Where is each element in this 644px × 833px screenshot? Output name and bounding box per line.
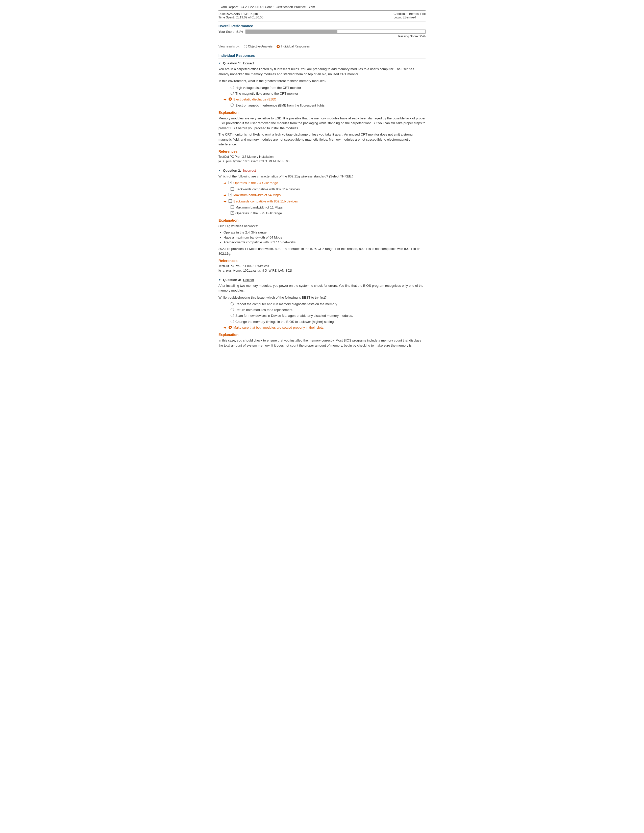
- q2-o4-checkbox[interactable]: [229, 199, 232, 203]
- q2-option-4[interactable]: ➡ Backwards compatible with 802.11b devi…: [224, 199, 425, 204]
- q2-option-1[interactable]: ➡ Operates in the 2.4 GHz range: [224, 181, 425, 186]
- q2-bullet-3: Are backwards compatible with 802.11b ne…: [224, 240, 425, 245]
- progress-bar-marker: [425, 29, 425, 34]
- q2-o5-checkbox[interactable]: [230, 206, 234, 209]
- q3-o1-radio[interactable]: [230, 302, 234, 306]
- q2-bullet-list: Operate in the 2.4 GHz range Have a maxi…: [224, 230, 425, 245]
- view-results-row: View results by: Objective Analysis Indi…: [219, 43, 425, 50]
- progress-bar: [245, 29, 425, 34]
- q2-option-6[interactable]: Operates in the 5.75 GHz range: [224, 211, 425, 215]
- q1-o3-radio[interactable]: [229, 97, 232, 101]
- q3-option-1[interactable]: Reboot the computer and run memory diagn…: [224, 302, 425, 306]
- q1-o4-indicator: [224, 103, 229, 108]
- meta-row: Date: 5/24/2019 12:38:14 pm Time Spent: …: [219, 12, 425, 19]
- q1-o2-text: The magnetic field around the CRT monito…: [235, 92, 298, 96]
- q2-o1-checkbox[interactable]: [229, 181, 232, 184]
- question-block-1: ▼ Question 1: Correct You are in a carpe…: [219, 61, 425, 164]
- meta-left: Date: 5/24/2019 12:38:14 pm Time Spent: …: [219, 12, 263, 19]
- q3-o4-radio[interactable]: [230, 320, 234, 323]
- q2-o3-text: Maximum bandwidth of 54 Mbps: [233, 193, 280, 198]
- q1-references-title: References: [219, 150, 425, 153]
- q3-o5-radio[interactable]: [229, 326, 232, 329]
- q2-o1-text: Operates in the 2.4 GHz range: [233, 181, 278, 185]
- question-3-header: ▼ Question 3: Correct: [219, 278, 425, 282]
- q1-option-1[interactable]: High voltage discharge from the CRT moni…: [224, 85, 425, 90]
- q1-number: Question 1:: [223, 61, 241, 65]
- q3-o3-text: Scan for new devices in Device Manager; …: [235, 314, 353, 318]
- q2-o6-indicator: [224, 211, 229, 215]
- view-results-label: View results by:: [219, 45, 240, 48]
- q2-number: Question 2:: [223, 169, 241, 172]
- score-label: Your Score: 51%: [219, 30, 243, 34]
- individual-responses-title: Individual Responses: [219, 53, 425, 59]
- q3-number: Question 3:: [223, 278, 241, 282]
- q3-option-3[interactable]: Scan for new devices in Device Manager; …: [224, 314, 425, 318]
- q1-ref-2: [e_a_plus_typnet_1001.exam.xml Q_MEM_INS…: [219, 159, 425, 164]
- q2-o1-indicator: ➡: [224, 181, 227, 186]
- q3-chevron[interactable]: ▼: [219, 278, 221, 281]
- q2-text-1: Which of the following are characteristi…: [219, 174, 425, 179]
- q1-o3-text: Electrostatic discharge (ESD): [233, 97, 276, 102]
- individual-responses-label: Individual Responses: [281, 45, 310, 48]
- q1-option-4[interactable]: Electromagnetic interference (EMI) from …: [224, 103, 425, 108]
- objective-analysis-radio[interactable]: [244, 45, 247, 48]
- q1-o1-indicator: [224, 85, 229, 90]
- q1-status: Correct: [243, 61, 254, 65]
- objective-analysis-option[interactable]: Objective Analysis: [244, 45, 272, 48]
- login-field: Login: EBerrios4: [393, 16, 425, 19]
- q1-chevron[interactable]: ▼: [219, 62, 221, 64]
- q2-ref-1: TestOut PC Pro - 7.1 802.11 Wireless: [219, 264, 425, 269]
- q3-o2-radio[interactable]: [230, 308, 234, 311]
- q2-o4-text: Backwards compatible with 802.11b device…: [233, 199, 298, 204]
- q2-o4-indicator: ➡: [224, 199, 227, 204]
- q3-o1-indicator: [224, 302, 229, 306]
- q1-o4-radio[interactable]: [230, 103, 234, 107]
- q1-options: High voltage discharge from the CRT moni…: [224, 85, 425, 108]
- q3-o2-indicator: [224, 308, 229, 312]
- q1-text-1: You are in a carpeted office lighted by …: [219, 67, 425, 77]
- q2-explanation-intro: 802.11g wireless networks:: [219, 224, 425, 229]
- q3-o4-text: Change the memory timings in the BIOS to…: [235, 320, 335, 324]
- q2-option-3[interactable]: ➡ Maximum bandwidth of 54 Mbps: [224, 193, 425, 198]
- q3-option-2[interactable]: Return both modules for a replacement.: [224, 308, 425, 312]
- q2-option-5[interactable]: Maximum bandwidth of 11 Mbps: [224, 205, 425, 210]
- q1-explanation-1: Memory modules are very sensitive to ESD…: [219, 116, 425, 131]
- q2-bullet-2: Have a maximum bandwidth of 54 Mbps: [224, 235, 425, 240]
- q3-o1-text: Reboot the computer and run memory diagn…: [235, 302, 338, 306]
- q3-o3-radio[interactable]: [230, 314, 234, 317]
- q3-o5-text: Make sure that both modules are seated p…: [233, 325, 324, 330]
- q1-o2-indicator: [224, 92, 229, 96]
- q2-o3-checkbox[interactable]: [229, 193, 232, 196]
- q1-explanation-2: The CRT monitor is not likely to emit a …: [219, 132, 425, 147]
- q2-o6-checkbox[interactable]: [230, 211, 234, 215]
- page-header: Exam Report: B.4 A+ 220-1001 Core 1 Cert…: [219, 5, 425, 11]
- question-2-header: ▼ Question 2: Incorrect: [219, 169, 425, 172]
- q3-o4-indicator: [224, 320, 229, 324]
- time-spent-field: Time Spent: 01:19:02 of 01:30:00: [219, 16, 263, 19]
- passing-score: Passing Score: 95%: [219, 35, 425, 38]
- individual-responses-option[interactable]: Individual Responses: [277, 45, 310, 48]
- q3-status: Correct: [243, 278, 254, 282]
- objective-analysis-label: Objective Analysis: [248, 45, 272, 48]
- q1-o1-radio[interactable]: [230, 86, 234, 89]
- q2-status: Incorrect: [243, 169, 256, 172]
- q1-o3-indicator: ➡: [224, 97, 227, 102]
- q2-chevron[interactable]: ▼: [219, 169, 221, 172]
- q3-option-4[interactable]: Change the memory timings in the BIOS to…: [224, 320, 425, 324]
- individual-responses-radio[interactable]: [277, 45, 280, 48]
- q2-option-2[interactable]: Backwards compatible with 802.11a device…: [224, 187, 425, 191]
- q1-option-2[interactable]: The magnetic field around the CRT monito…: [224, 92, 425, 96]
- q3-option-5[interactable]: ➡ Make sure that both modules are seated…: [224, 325, 425, 330]
- q3-o3-indicator: [224, 314, 229, 318]
- q2-o3-indicator: ➡: [224, 193, 227, 198]
- q1-o1-text: High voltage discharge from the CRT moni…: [235, 85, 301, 90]
- q2-o5-indicator: [224, 205, 229, 209]
- q2-explanation-extra: 802.11b provides 11 Mbps bandwidth. 802.…: [219, 246, 425, 256]
- progress-bar-fill: [246, 30, 337, 33]
- question-block-2: ▼ Question 2: Incorrect Which of the fol…: [219, 169, 425, 273]
- q1-option-3[interactable]: ➡ Electrostatic discharge (ESD): [224, 97, 425, 102]
- q2-o2-indicator: [224, 187, 229, 191]
- q2-o6-text: Operates in the 5.75 GHz range: [235, 211, 282, 215]
- q2-o2-checkbox[interactable]: [230, 187, 234, 191]
- q1-o2-radio[interactable]: [230, 92, 234, 95]
